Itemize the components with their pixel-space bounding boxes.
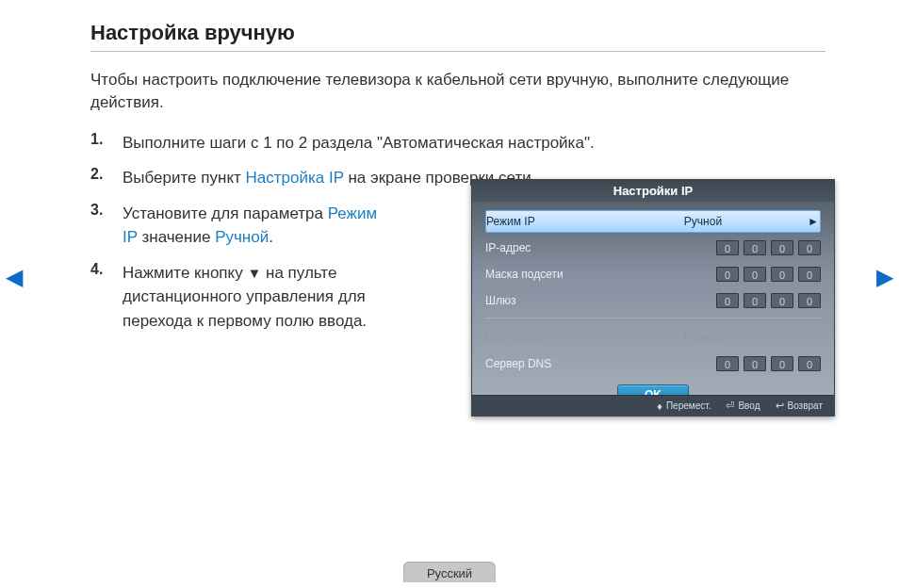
ip-address-row[interactable]: IP-адрес 0 0 0 0 xyxy=(485,237,821,259)
footer-hint-move: ♦ Перемест. xyxy=(657,400,711,412)
return-icon: ↩ xyxy=(776,400,784,412)
intro-paragraph: Чтобы настроить подключение телевизора к… xyxy=(90,69,825,114)
step-number: 3. xyxy=(90,202,123,219)
octet-field[interactable]: 0 xyxy=(771,267,793,282)
text-fragment: . xyxy=(269,228,273,246)
row-label: DSN Mode xyxy=(485,331,598,344)
octet-field[interactable]: 0 xyxy=(744,267,766,282)
tv-settings-panel: Настройки IP Режим IP Ручной ► IP-адрес … xyxy=(471,179,835,416)
octet-field[interactable]: 0 xyxy=(716,267,739,282)
octet-field[interactable]: 0 xyxy=(798,356,821,371)
row-label: Режим IP xyxy=(486,215,599,228)
row-label: IP-адрес xyxy=(485,241,598,254)
footer-hint-return: ↩ Возврат xyxy=(776,400,824,412)
down-arrow-icon: ▼ xyxy=(247,263,261,285)
footer-label: Возврат xyxy=(788,400,824,411)
enter-icon: ⏎ xyxy=(726,400,734,412)
chevron-right-icon: ► xyxy=(807,215,820,228)
panel-title: Настройки IP xyxy=(472,180,834,203)
octet-field[interactable]: 0 xyxy=(716,293,739,308)
dsn-mode-row: DSN Mode Ручной xyxy=(485,326,821,349)
step-text: Установите для параметра Режим IP значен… xyxy=(123,202,386,250)
step-number: 2. xyxy=(90,166,123,183)
step-number: 1. xyxy=(90,131,123,148)
subnet-mask-row[interactable]: Маска подсети 0 0 0 0 xyxy=(485,263,821,286)
page-title: Настройка вручную xyxy=(90,21,825,52)
gateway-row[interactable]: Шлюз 0 0 0 0 xyxy=(485,289,821,312)
octet-field[interactable]: 0 xyxy=(798,267,821,282)
highlight-term: Настройка IP xyxy=(246,169,344,187)
highlight-term: Ручной xyxy=(215,228,269,246)
text-fragment: Нажмите кнопку xyxy=(123,264,247,282)
octet-field[interactable]: 0 xyxy=(744,240,766,255)
text-fragment: Установите для параметра xyxy=(123,204,328,222)
row-value: Ручной xyxy=(598,331,808,344)
step-1: 1. Выполните шаги с 1 по 2 раздела "Авто… xyxy=(90,131,825,155)
footer-hint-enter: ⏎ Ввод xyxy=(726,400,760,412)
row-label: Маска подсети xyxy=(485,268,598,281)
octet-field[interactable]: 0 xyxy=(771,240,793,255)
language-tab[interactable]: Русский xyxy=(403,562,496,582)
next-page-arrow[interactable]: ▶ xyxy=(876,264,893,290)
row-label: Шлюз xyxy=(485,294,598,307)
prev-page-arrow[interactable]: ◀ xyxy=(6,264,23,290)
octet-field[interactable]: 0 xyxy=(744,293,766,308)
footer-label: Ввод xyxy=(738,400,760,411)
ip-mode-row[interactable]: Режим IP Ручной ► xyxy=(485,210,821,233)
step-text: Выполните шаги с 1 по 2 раздела "Автомат… xyxy=(123,131,595,155)
row-value: Ручной xyxy=(599,215,807,228)
octet-field[interactable]: 0 xyxy=(798,240,821,255)
divider xyxy=(485,318,821,318)
text-fragment: значение xyxy=(138,228,215,246)
dns-server-row[interactable]: Сервер DNS 0 0 0 0 xyxy=(485,352,821,375)
octet-field[interactable]: 0 xyxy=(798,293,821,308)
octet-field[interactable]: 0 xyxy=(716,356,739,371)
octet-field[interactable]: 0 xyxy=(771,293,793,308)
step-number: 4. xyxy=(90,261,123,278)
move-icon: ♦ xyxy=(657,400,662,412)
footer-label: Перемест. xyxy=(666,400,711,411)
octet-field[interactable]: 0 xyxy=(716,240,739,255)
octet-field[interactable]: 0 xyxy=(744,356,766,371)
panel-footer: ♦ Перемест. ⏎ Ввод ↩ Возврат xyxy=(472,395,834,416)
step-text: Нажмите кнопку ▼ на пульте дистанционног… xyxy=(123,261,386,334)
text-fragment: Выберите пункт xyxy=(123,169,246,187)
row-label: Сервер DNS xyxy=(485,357,598,370)
octet-field[interactable]: 0 xyxy=(771,356,793,371)
